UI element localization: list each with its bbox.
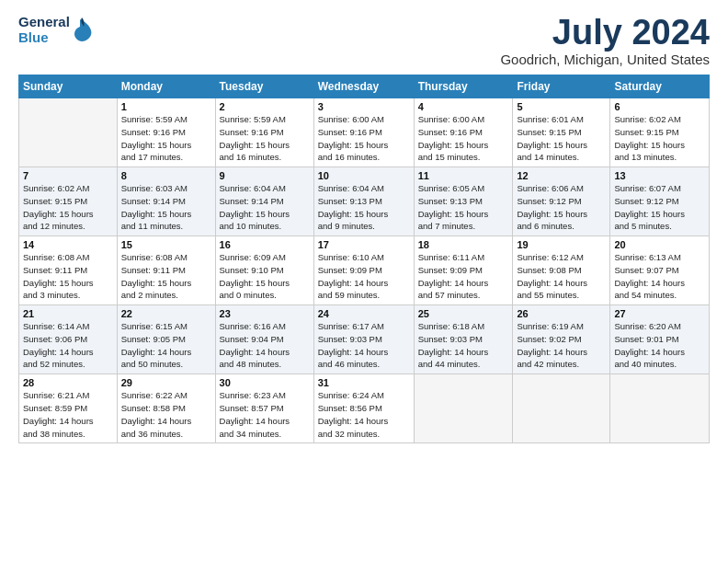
day-number: 28 (23, 377, 113, 388)
table-row: 26Sunrise: 6:19 AMSunset: 9:02 PMDayligh… (513, 305, 610, 374)
day-info: Sunrise: 6:24 AMSunset: 8:56 PMDaylight:… (318, 389, 410, 440)
col-saturday: Saturday (610, 75, 710, 98)
table-row: 19Sunrise: 6:12 AMSunset: 9:08 PMDayligh… (513, 236, 610, 305)
table-row: 4Sunrise: 6:00 AMSunset: 9:16 PMDaylight… (414, 98, 513, 167)
day-info: Sunrise: 6:00 AMSunset: 9:16 PMDaylight:… (318, 113, 410, 164)
table-row: 1Sunrise: 5:59 AMSunset: 9:16 PMDaylight… (117, 98, 215, 167)
day-number: 10 (318, 170, 410, 181)
col-monday: Monday (117, 75, 215, 98)
day-number: 19 (517, 239, 606, 250)
day-info: Sunrise: 6:22 AMSunset: 8:58 PMDaylight:… (121, 389, 211, 440)
calendar-week-row: 28Sunrise: 6:21 AMSunset: 8:59 PMDayligh… (19, 374, 710, 443)
day-info: Sunrise: 6:20 AMSunset: 9:01 PMDaylight:… (614, 320, 705, 371)
table-row: 6Sunrise: 6:02 AMSunset: 9:15 PMDaylight… (610, 98, 710, 167)
table-row: 8Sunrise: 6:03 AMSunset: 9:14 PMDaylight… (117, 167, 215, 236)
table-row: 23Sunrise: 6:16 AMSunset: 9:04 PMDayligh… (215, 305, 313, 374)
table-row: 20Sunrise: 6:13 AMSunset: 9:07 PMDayligh… (610, 236, 710, 305)
day-info: Sunrise: 6:13 AMSunset: 9:07 PMDaylight:… (614, 251, 705, 302)
day-number: 23 (220, 308, 310, 319)
logo-icon (73, 17, 93, 43)
day-number: 11 (418, 170, 509, 181)
table-row: 29Sunrise: 6:22 AMSunset: 8:58 PMDayligh… (117, 374, 215, 443)
table-row: 12Sunrise: 6:06 AMSunset: 9:12 PMDayligh… (513, 167, 610, 236)
day-number: 5 (517, 101, 606, 112)
col-tuesday: Tuesday (215, 75, 313, 98)
table-row: 3Sunrise: 6:00 AMSunset: 9:16 PMDaylight… (313, 98, 414, 167)
table-row: 24Sunrise: 6:17 AMSunset: 9:03 PMDayligh… (313, 305, 414, 374)
day-info: Sunrise: 5:59 AMSunset: 9:16 PMDaylight:… (220, 113, 310, 164)
day-number: 25 (418, 308, 509, 319)
col-wednesday: Wednesday (313, 75, 414, 98)
day-number: 17 (318, 239, 410, 250)
day-info: Sunrise: 6:12 AMSunset: 9:08 PMDaylight:… (517, 251, 606, 302)
day-info: Sunrise: 6:15 AMSunset: 9:05 PMDaylight:… (121, 320, 211, 371)
calendar-week-row: 1Sunrise: 5:59 AMSunset: 9:16 PMDaylight… (19, 98, 710, 167)
day-info: Sunrise: 6:02 AMSunset: 9:15 PMDaylight:… (23, 182, 113, 233)
day-number: 16 (220, 239, 310, 250)
table-row: 15Sunrise: 6:08 AMSunset: 9:11 PMDayligh… (117, 236, 215, 305)
day-info: Sunrise: 6:14 AMSunset: 9:06 PMDaylight:… (23, 320, 113, 371)
day-number: 7 (23, 170, 113, 181)
day-number: 31 (318, 377, 410, 388)
day-number: 2 (220, 101, 310, 112)
subtitle: Goodrich, Michigan, United States (500, 52, 710, 67)
logo-text: General Blue (18, 15, 93, 45)
day-info: Sunrise: 6:11 AMSunset: 9:09 PMDaylight:… (418, 251, 509, 302)
table-row: 5Sunrise: 6:01 AMSunset: 9:15 PMDaylight… (513, 98, 610, 167)
day-number: 20 (614, 239, 705, 250)
day-number: 21 (23, 308, 113, 319)
day-number: 4 (418, 101, 509, 112)
calendar-table: Sunday Monday Tuesday Wednesday Thursday… (18, 75, 710, 443)
table-row: 9Sunrise: 6:04 AMSunset: 9:14 PMDaylight… (215, 167, 313, 236)
table-row: 21Sunrise: 6:14 AMSunset: 9:06 PMDayligh… (19, 305, 118, 374)
day-number: 3 (318, 101, 410, 112)
day-info: Sunrise: 6:10 AMSunset: 9:09 PMDaylight:… (318, 251, 410, 302)
table-row (513, 374, 610, 443)
day-number: 8 (121, 170, 211, 181)
day-info: Sunrise: 6:09 AMSunset: 9:10 PMDaylight:… (220, 251, 310, 302)
day-info: Sunrise: 6:03 AMSunset: 9:14 PMDaylight:… (121, 182, 211, 233)
table-row: 22Sunrise: 6:15 AMSunset: 9:05 PMDayligh… (117, 305, 215, 374)
day-info: Sunrise: 6:04 AMSunset: 9:13 PMDaylight:… (318, 182, 410, 233)
day-number: 27 (614, 308, 705, 319)
day-number: 18 (418, 239, 509, 250)
day-info: Sunrise: 6:00 AMSunset: 9:16 PMDaylight:… (418, 113, 509, 164)
calendar-header-row: Sunday Monday Tuesday Wednesday Thursday… (19, 75, 710, 98)
day-info: Sunrise: 6:16 AMSunset: 9:04 PMDaylight:… (220, 320, 310, 371)
day-info: Sunrise: 6:19 AMSunset: 9:02 PMDaylight:… (517, 320, 606, 371)
table-row: 31Sunrise: 6:24 AMSunset: 8:56 PMDayligh… (313, 374, 414, 443)
day-number: 1 (121, 101, 211, 112)
table-row: 27Sunrise: 6:20 AMSunset: 9:01 PMDayligh… (610, 305, 710, 374)
day-number: 12 (517, 170, 606, 181)
table-row (610, 374, 710, 443)
calendar-week-row: 7Sunrise: 6:02 AMSunset: 9:15 PMDaylight… (19, 167, 710, 236)
table-row (19, 98, 118, 167)
day-info: Sunrise: 6:02 AMSunset: 9:15 PMDaylight:… (614, 113, 705, 164)
day-number: 13 (614, 170, 705, 181)
table-row: 16Sunrise: 6:09 AMSunset: 9:10 PMDayligh… (215, 236, 313, 305)
main-title: July 2024 (500, 15, 710, 50)
table-row: 14Sunrise: 6:08 AMSunset: 9:11 PMDayligh… (19, 236, 118, 305)
day-info: Sunrise: 5:59 AMSunset: 9:16 PMDaylight:… (121, 113, 211, 164)
table-row: 13Sunrise: 6:07 AMSunset: 9:12 PMDayligh… (610, 167, 710, 236)
day-info: Sunrise: 6:18 AMSunset: 9:03 PMDaylight:… (418, 320, 509, 371)
day-number: 26 (517, 308, 606, 319)
day-info: Sunrise: 6:04 AMSunset: 9:14 PMDaylight:… (220, 182, 310, 233)
day-info: Sunrise: 6:08 AMSunset: 9:11 PMDaylight:… (23, 251, 113, 302)
day-info: Sunrise: 6:06 AMSunset: 9:12 PMDaylight:… (517, 182, 606, 233)
logo: General Blue (18, 15, 93, 45)
title-block: July 2024 Goodrich, Michigan, United Sta… (500, 15, 710, 67)
table-row: 25Sunrise: 6:18 AMSunset: 9:03 PMDayligh… (414, 305, 513, 374)
day-number: 14 (23, 239, 113, 250)
day-info: Sunrise: 6:08 AMSunset: 9:11 PMDaylight:… (121, 251, 211, 302)
col-sunday: Sunday (19, 75, 118, 98)
day-info: Sunrise: 6:05 AMSunset: 9:13 PMDaylight:… (418, 182, 509, 233)
day-number: 15 (121, 239, 211, 250)
header: General Blue July 2024 Goodrich, Michiga… (18, 15, 710, 67)
table-row: 30Sunrise: 6:23 AMSunset: 8:57 PMDayligh… (215, 374, 313, 443)
day-info: Sunrise: 6:21 AMSunset: 8:59 PMDaylight:… (23, 389, 113, 440)
day-number: 6 (614, 101, 705, 112)
day-number: 9 (220, 170, 310, 181)
table-row: 17Sunrise: 6:10 AMSunset: 9:09 PMDayligh… (313, 236, 414, 305)
day-number: 22 (121, 308, 211, 319)
